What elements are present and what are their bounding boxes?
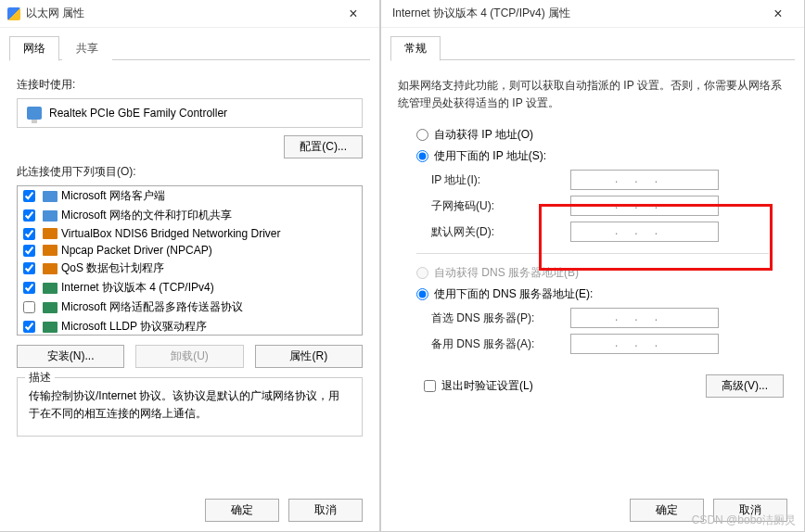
- content-area: 连接时使用: Realtek PCIe GbE Family Controlle…: [0, 60, 379, 448]
- close-icon[interactable]: ×: [335, 6, 372, 22]
- list-item[interactable]: VirtualBox NDIS6 Bridged Networking Driv…: [18, 225, 362, 242]
- description-title: 描述: [25, 370, 55, 386]
- component-icon: [43, 322, 58, 333]
- shield-icon: [7, 7, 20, 20]
- item-label: Microsoft 网络的文件和打印机共享: [61, 208, 232, 223]
- auto-dns-radio-row: 自动获得 DNS 服务器地址(B): [416, 265, 787, 281]
- list-item[interactable]: Microsoft LLDP 协议驱动程序: [18, 317, 362, 336]
- item-label: Npcap Packet Driver (NPCAP): [61, 244, 212, 257]
- list-item[interactable]: Microsoft 网络适配器多路传送器协议: [18, 298, 362, 317]
- manual-ip-label: 使用下面的 IP 地址(S):: [434, 148, 546, 164]
- alternate-dns-label: 备用 DNS 服务器(A):: [431, 336, 570, 352]
- item-checkbox[interactable]: [23, 209, 35, 222]
- window-title: 以太网 属性: [26, 6, 335, 21]
- item-checkbox[interactable]: [23, 262, 35, 274]
- gateway-label: 默认网关(D):: [431, 224, 570, 240]
- auto-ip-label: 自动获得 IP 地址(O): [434, 127, 533, 143]
- item-label: Microsoft 网络适配器多路传送器协议: [61, 299, 243, 315]
- list-item[interactable]: Microsoft 网络的文件和打印机共享: [18, 206, 362, 225]
- item-label: Microsoft LLDP 协议驱动程序: [61, 319, 207, 335]
- ok-button[interactable]: 确定: [205, 499, 279, 522]
- description-text: 传输控制协议/Internet 协议。该协议是默认的广域网络协议，用于在不同的相…: [29, 387, 351, 423]
- auto-dns-label: 自动获得 DNS 服务器地址(B): [434, 265, 579, 281]
- titlebar: 以太网 属性 ×: [0, 0, 379, 28]
- validate-label: 退出时验证设置(L): [441, 378, 533, 394]
- tab-network[interactable]: 网络: [9, 36, 59, 61]
- components-listbox[interactable]: Microsoft 网络客户端Microsoft 网络的文件和打印机共享Virt…: [17, 185, 363, 336]
- advanced-button[interactable]: 高级(V)...: [706, 374, 784, 398]
- item-checkbox[interactable]: [23, 321, 35, 333]
- ip-address-input[interactable]: ...: [570, 170, 719, 190]
- item-checkbox[interactable]: [23, 301, 35, 313]
- gateway-input[interactable]: ...: [570, 222, 719, 242]
- window-title: Internet 协议版本 4 (TCP/IPv4) 属性: [389, 6, 760, 21]
- item-label: Microsoft 网络客户端: [61, 188, 165, 204]
- component-icon: [43, 228, 58, 239]
- ipv4-properties-window: Internet 协议版本 4 (TCP/IPv4) 属性 × 常规 如果网络支…: [380, 0, 805, 532]
- adapter-box[interactable]: Realtek PCIe GbE Family Controller: [17, 98, 363, 128]
- auto-dns-radio: [416, 267, 428, 279]
- list-item[interactable]: Npcap Packet Driver (NPCAP): [18, 242, 362, 259]
- adapter-name: Realtek PCIe GbE Family Controller: [49, 107, 227, 120]
- content-area: 如果网络支持此功能，则可以获取自动指派的 IP 设置。否则，你需要从网络系统管理…: [381, 60, 804, 409]
- watermark: CSDN @bobo洁厕灵: [692, 513, 796, 528]
- component-icon: [43, 283, 58, 294]
- item-label: QoS 数据包计划程序: [61, 260, 164, 276]
- manual-dns-radio-row[interactable]: 使用下面的 DNS 服务器地址(E):: [416, 286, 787, 302]
- uninstall-button: 卸载(U): [135, 345, 243, 368]
- validate-checkbox[interactable]: [424, 380, 436, 392]
- subnet-mask-input[interactable]: ...: [570, 196, 719, 216]
- list-item[interactable]: QoS 数据包计划程序: [18, 259, 362, 278]
- component-icon: [43, 245, 58, 256]
- properties-button[interactable]: 属性(R): [255, 345, 363, 368]
- item-checkbox[interactable]: [23, 190, 35, 202]
- item-checkbox[interactable]: [23, 245, 35, 257]
- network-adapter-icon: [27, 107, 42, 120]
- component-icon: [43, 191, 58, 202]
- intro-text: 如果网络支持此功能，则可以获取自动指派的 IP 设置。否则，你需要从网络系统管理…: [398, 77, 787, 112]
- auto-ip-radio[interactable]: [416, 129, 428, 141]
- manual-dns-radio[interactable]: [416, 288, 428, 300]
- uses-items-label: 此连接使用下列项目(O):: [17, 164, 363, 180]
- manual-ip-radio-row[interactable]: 使用下面的 IP 地址(S):: [416, 148, 787, 164]
- ethernet-properties-window: 以太网 属性 × 网络 共享 连接时使用: Realtek PCIe GbE F…: [0, 0, 380, 532]
- alternate-dns-input[interactable]: ...: [570, 334, 719, 354]
- auto-ip-radio-row[interactable]: 自动获得 IP 地址(O): [416, 127, 787, 143]
- manual-ip-radio[interactable]: [416, 150, 428, 162]
- item-checkbox[interactable]: [23, 282, 35, 294]
- component-icon: [43, 210, 58, 222]
- tab-strip: 常规: [381, 28, 804, 60]
- tab-strip: 网络 共享: [0, 28, 379, 60]
- connect-using-label: 连接时使用:: [17, 77, 363, 93]
- tab-sharing[interactable]: 共享: [62, 36, 112, 61]
- manual-dns-label: 使用下面的 DNS 服务器地址(E):: [434, 286, 593, 302]
- preferred-dns-input[interactable]: ...: [570, 308, 719, 328]
- component-icon: [43, 263, 58, 274]
- cancel-button[interactable]: 取消: [288, 499, 363, 522]
- configure-button[interactable]: 配置(C)...: [284, 135, 363, 158]
- install-button[interactable]: 安装(N)...: [17, 345, 124, 368]
- item-label: VirtualBox NDIS6 Bridged Networking Driv…: [61, 227, 281, 240]
- preferred-dns-label: 首选 DNS 服务器(P):: [431, 310, 570, 326]
- component-icon: [43, 302, 58, 313]
- close-icon[interactable]: ×: [760, 6, 797, 22]
- list-item[interactable]: Internet 协议版本 4 (TCP/IPv4): [18, 278, 362, 298]
- subnet-mask-label: 子网掩码(U):: [431, 198, 570, 214]
- description-group: 描述 传输控制协议/Internet 协议。该协议是默认的广域网络协议，用于在不…: [17, 377, 363, 437]
- ip-address-label: IP 地址(I):: [431, 172, 570, 188]
- item-label: Internet 协议版本 4 (TCP/IPv4): [61, 280, 214, 296]
- list-item[interactable]: Microsoft 网络客户端: [18, 186, 362, 206]
- tab-general[interactable]: 常规: [390, 36, 441, 61]
- item-checkbox[interactable]: [23, 228, 35, 240]
- titlebar: Internet 协议版本 4 (TCP/IPv4) 属性 ×: [381, 0, 804, 28]
